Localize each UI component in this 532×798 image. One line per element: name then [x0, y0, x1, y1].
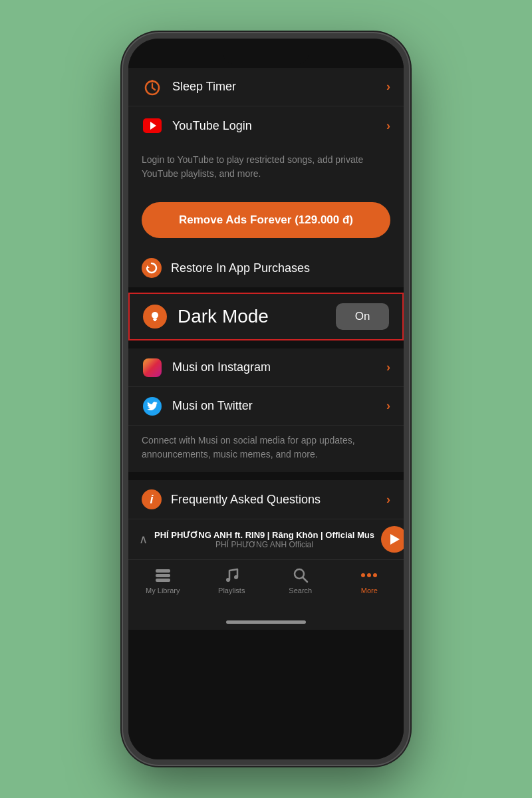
musi-instagram-row[interactable]: Musi on Instagram ›: [128, 348, 404, 387]
svg-rect-10: [156, 569, 170, 573]
svg-point-13: [226, 578, 230, 582]
svg-point-14: [234, 575, 238, 579]
tab-my-library[interactable]: My Library: [128, 567, 198, 595]
now-playing-title: PHÍ PHƯƠNG ANH ft. RIN9 | Răng Khôn | Of…: [154, 530, 374, 540]
sleep-timer-chevron: ›: [386, 80, 390, 94]
twitter-icon: [142, 396, 163, 417]
top-rows-section: Sleep Timer › YouTube Login ›: [128, 68, 404, 145]
social-description-text: Connect with Musi on social media for ap…: [142, 434, 390, 462]
home-bar: [226, 620, 306, 624]
svg-rect-11: [156, 574, 170, 577]
twitter-chevron: ›: [386, 399, 390, 413]
now-playing-bar[interactable]: ∧ PHÍ PHƯƠNG ANH ft. RIN9 | Răng Khôn | …: [128, 519, 404, 559]
restore-purchases-row[interactable]: Restore In App Purchases: [128, 249, 404, 287]
svg-point-7: [152, 312, 158, 319]
youtube-description-text: Login to YouTube to play restricted song…: [142, 153, 390, 181]
restore-purchases-label: Restore In App Purchases: [171, 261, 390, 275]
sleep-timer-label: Sleep Timer: [172, 80, 386, 94]
musi-twitter-label: Musi on Twitter: [172, 399, 386, 413]
svg-point-19: [373, 573, 377, 577]
svg-rect-12: [156, 579, 170, 582]
ads-button-section: Remove Ads Forever (129.000 đ): [128, 192, 404, 249]
faq-section: i Frequently Asked Questions ›: [128, 480, 404, 519]
faq-chevron: ›: [386, 493, 390, 507]
tab-bar: My Library Playlists: [128, 559, 404, 614]
svg-marker-6: [147, 265, 150, 268]
svg-line-2: [152, 88, 155, 90]
svg-line-16: [303, 578, 307, 583]
search-tab-label: Search: [289, 587, 312, 595]
youtube-login-row[interactable]: YouTube Login ›: [128, 106, 404, 145]
youtube-login-label: YouTube Login: [172, 119, 386, 133]
youtube-login-chevron: ›: [386, 119, 390, 133]
phone-frame: Sleep Timer › YouTube Login › Login to Y…: [123, 33, 409, 765]
search-icon: [292, 567, 309, 584]
sleep-timer-row[interactable]: Sleep Timer ›: [128, 68, 404, 106]
faq-row[interactable]: i Frequently Asked Questions ›: [128, 480, 404, 519]
tab-playlists[interactable]: Playlists: [198, 567, 267, 595]
svg-rect-9: [154, 320, 156, 321]
youtube-description-section: Login to YouTube to play restricted song…: [128, 145, 404, 192]
section-gap-2: [128, 340, 404, 346]
svg-rect-8: [153, 319, 157, 320]
home-indicator: [128, 614, 404, 630]
now-playing-chevron[interactable]: ∧: [139, 532, 148, 547]
instagram-chevron: ›: [386, 360, 390, 374]
playlists-tab-label: Playlists: [218, 587, 245, 595]
dark-mode-icon: [143, 305, 167, 329]
section-gap-1: [128, 287, 404, 293]
now-playing-info: PHÍ PHƯƠNG ANH ft. RIN9 | Răng Khôn | Of…: [154, 530, 374, 549]
phone-top-bar: [128, 39, 404, 68]
screen-content: Sleep Timer › YouTube Login › Login to Y…: [128, 68, 404, 759]
more-icon: [360, 567, 378, 584]
tab-search[interactable]: Search: [266, 567, 335, 595]
social-description-section: Connect with Musi on social media for ap…: [128, 426, 404, 472]
faq-icon: i: [142, 489, 162, 509]
section-gap-3: [128, 472, 404, 477]
tab-more[interactable]: More: [335, 567, 404, 595]
toggle-on-label: On: [355, 310, 370, 323]
dark-mode-toggle[interactable]: On: [336, 303, 389, 330]
more-tab-label: More: [361, 587, 378, 595]
sleep-timer-icon: [142, 76, 163, 98]
youtube-icon: [142, 115, 163, 136]
svg-point-3: [151, 80, 154, 82]
dark-mode-label: Dark Mode: [178, 306, 336, 327]
instagram-icon: [142, 357, 163, 378]
my-library-tab-label: My Library: [146, 587, 180, 595]
restore-icon: [142, 258, 162, 278]
musi-instagram-label: Musi on Instagram: [172, 360, 386, 374]
now-playing-artist: PHÍ PHƯƠNG ANH Official: [154, 540, 374, 549]
faq-label: Frequently Asked Questions: [171, 493, 386, 507]
svg-point-18: [367, 573, 371, 577]
social-section: Musi on Instagram › Musi on Twitter › Co…: [128, 348, 404, 472]
remove-ads-button[interactable]: Remove Ads Forever (129.000 đ): [142, 202, 390, 238]
playlists-icon: [223, 567, 240, 584]
svg-point-17: [361, 573, 365, 577]
my-library-icon: [154, 567, 172, 584]
musi-twitter-row[interactable]: Musi on Twitter ›: [128, 387, 404, 426]
now-playing-play-button[interactable]: [381, 526, 404, 553]
remove-ads-label: Remove Ads Forever (129.000 đ): [179, 213, 353, 227]
dark-mode-row[interactable]: Dark Mode On: [128, 293, 404, 340]
notch: [223, 45, 309, 64]
